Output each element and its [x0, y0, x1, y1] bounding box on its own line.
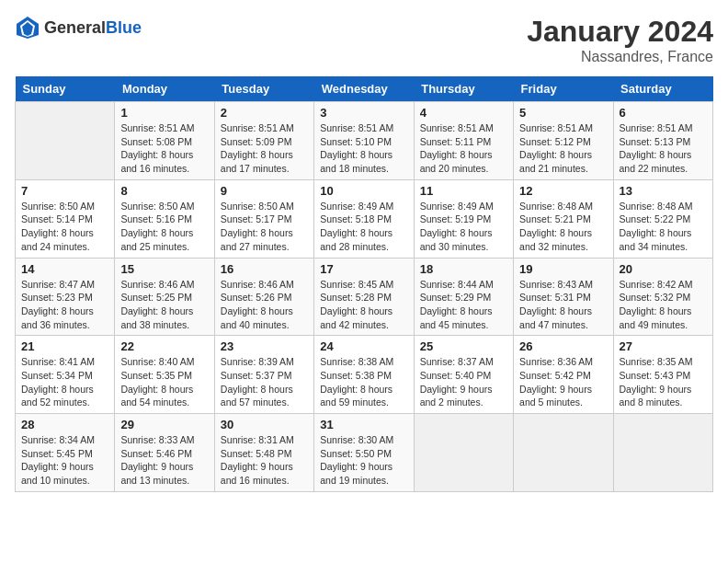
calendar-cell: 9Sunrise: 8:50 AM Sunset: 5:17 PM Daylig…	[214, 179, 313, 258]
calendar-cell: 7Sunrise: 8:50 AM Sunset: 5:14 PM Daylig…	[16, 179, 115, 258]
calendar-table: SundayMondayTuesdayWednesdayThursdayFrid…	[15, 76, 713, 492]
day-number: 10	[320, 184, 407, 198]
day-number: 28	[21, 418, 108, 431]
calendar-cell: 17Sunrise: 8:45 AM Sunset: 5:28 PM Dayli…	[314, 258, 414, 336]
calendar-cell: 22Sunrise: 8:40 AM Sunset: 5:35 PM Dayli…	[115, 336, 214, 414]
day-number: 1	[120, 106, 208, 120]
day-number: 3	[320, 106, 407, 120]
day-number: 21	[21, 339, 108, 353]
calendar-cell	[414, 414, 513, 492]
weekday-header: Thursday	[414, 76, 513, 102]
day-info: Sunrise: 8:46 AM Sunset: 5:26 PM Dayligh…	[221, 278, 308, 332]
day-info: Sunrise: 8:35 AM Sunset: 5:43 PM Dayligh…	[620, 355, 707, 409]
day-number: 6	[620, 106, 707, 120]
day-info: Sunrise: 8:46 AM Sunset: 5:25 PM Dayligh…	[120, 278, 208, 332]
day-number: 31	[320, 418, 407, 431]
calendar-cell: 15Sunrise: 8:46 AM Sunset: 5:25 PM Dayli…	[115, 258, 214, 336]
calendar-cell: 19Sunrise: 8:43 AM Sunset: 5:31 PM Dayli…	[514, 258, 613, 336]
day-number: 25	[420, 339, 507, 353]
weekday-header: Tuesday	[214, 76, 313, 102]
day-info: Sunrise: 8:36 AM Sunset: 5:42 PM Dayligh…	[519, 355, 607, 409]
calendar-subtitle: Nassandres, France	[527, 49, 713, 65]
calendar-cell: 31Sunrise: 8:30 AM Sunset: 5:50 PM Dayli…	[314, 414, 414, 492]
day-info: Sunrise: 8:51 AM Sunset: 5:08 PM Dayligh…	[120, 121, 208, 176]
day-info: Sunrise: 8:48 AM Sunset: 5:22 PM Dayligh…	[620, 200, 707, 254]
day-number: 7	[21, 184, 108, 198]
day-info: Sunrise: 8:50 AM Sunset: 5:14 PM Dayligh…	[21, 200, 108, 254]
day-number: 9	[221, 184, 308, 198]
calendar-week-row: 14Sunrise: 8:47 AM Sunset: 5:23 PM Dayli…	[16, 258, 713, 336]
calendar-cell: 29Sunrise: 8:33 AM Sunset: 5:46 PM Dayli…	[115, 414, 214, 492]
day-number: 4	[420, 106, 507, 120]
calendar-week-row: 21Sunrise: 8:41 AM Sunset: 5:34 PM Dayli…	[16, 336, 713, 414]
day-number: 5	[519, 106, 607, 120]
day-info: Sunrise: 8:51 AM Sunset: 5:11 PM Dayligh…	[420, 121, 507, 176]
day-info: Sunrise: 8:31 AM Sunset: 5:48 PM Dayligh…	[221, 433, 308, 488]
day-number: 22	[120, 339, 208, 353]
calendar-cell: 21Sunrise: 8:41 AM Sunset: 5:34 PM Dayli…	[16, 336, 115, 414]
calendar-cell: 13Sunrise: 8:48 AM Sunset: 5:22 PM Dayli…	[613, 179, 712, 258]
day-info: Sunrise: 8:41 AM Sunset: 5:34 PM Dayligh…	[21, 355, 108, 409]
calendar-cell: 2Sunrise: 8:51 AM Sunset: 5:09 PM Daylig…	[214, 102, 313, 180]
day-info: Sunrise: 8:51 AM Sunset: 5:13 PM Dayligh…	[620, 121, 707, 176]
header-row: SundayMondayTuesdayWednesdayThursdayFrid…	[16, 76, 713, 102]
calendar-cell: 28Sunrise: 8:34 AM Sunset: 5:45 PM Dayli…	[16, 414, 115, 492]
calendar-week-row: 28Sunrise: 8:34 AM Sunset: 5:45 PM Dayli…	[16, 414, 713, 492]
day-info: Sunrise: 8:38 AM Sunset: 5:38 PM Dayligh…	[320, 355, 407, 409]
day-info: Sunrise: 8:33 AM Sunset: 5:46 PM Dayligh…	[120, 433, 208, 488]
day-info: Sunrise: 8:34 AM Sunset: 5:45 PM Dayligh…	[21, 433, 108, 488]
calendar-cell: 24Sunrise: 8:38 AM Sunset: 5:38 PM Dayli…	[314, 336, 414, 414]
calendar-cell: 27Sunrise: 8:35 AM Sunset: 5:43 PM Dayli…	[613, 336, 712, 414]
calendar-body: 1Sunrise: 8:51 AM Sunset: 5:08 PM Daylig…	[16, 102, 713, 492]
day-info: Sunrise: 8:51 AM Sunset: 5:10 PM Dayligh…	[320, 121, 407, 176]
calendar-cell	[613, 414, 712, 492]
calendar-cell: 23Sunrise: 8:39 AM Sunset: 5:37 PM Dayli…	[214, 336, 313, 414]
logo-text: GeneralBlue	[44, 18, 142, 38]
calendar-cell: 10Sunrise: 8:49 AM Sunset: 5:18 PM Dayli…	[314, 179, 414, 258]
day-number: 17	[320, 262, 407, 276]
calendar-cell: 3Sunrise: 8:51 AM Sunset: 5:10 PM Daylig…	[314, 102, 414, 180]
day-info: Sunrise: 8:44 AM Sunset: 5:29 PM Dayligh…	[420, 278, 507, 332]
calendar-cell: 1Sunrise: 8:51 AM Sunset: 5:08 PM Daylig…	[115, 102, 214, 180]
calendar-cell	[514, 414, 613, 492]
day-info: Sunrise: 8:51 AM Sunset: 5:12 PM Dayligh…	[519, 121, 607, 176]
calendar-title: January 2024	[527, 15, 713, 49]
calendar-cell: 11Sunrise: 8:49 AM Sunset: 5:19 PM Dayli…	[414, 179, 513, 258]
page-header: GeneralBlue January 2024 Nassandres, Fra…	[15, 15, 713, 65]
weekday-header: Friday	[514, 76, 613, 102]
day-info: Sunrise: 8:48 AM Sunset: 5:21 PM Dayligh…	[519, 200, 607, 254]
day-info: Sunrise: 8:50 AM Sunset: 5:16 PM Dayligh…	[120, 200, 208, 254]
calendar-cell: 12Sunrise: 8:48 AM Sunset: 5:21 PM Dayli…	[514, 179, 613, 258]
calendar-week-row: 1Sunrise: 8:51 AM Sunset: 5:08 PM Daylig…	[16, 102, 713, 180]
day-info: Sunrise: 8:42 AM Sunset: 5:32 PM Dayligh…	[620, 278, 707, 332]
day-number: 26	[519, 339, 607, 353]
day-info: Sunrise: 8:45 AM Sunset: 5:28 PM Dayligh…	[320, 278, 407, 332]
calendar-cell: 20Sunrise: 8:42 AM Sunset: 5:32 PM Dayli…	[613, 258, 712, 336]
day-number: 23	[221, 339, 308, 353]
day-info: Sunrise: 8:50 AM Sunset: 5:17 PM Dayligh…	[221, 200, 308, 254]
day-number: 2	[221, 106, 308, 120]
calendar-cell: 30Sunrise: 8:31 AM Sunset: 5:48 PM Dayli…	[214, 414, 313, 492]
weekday-header: Monday	[115, 76, 214, 102]
day-info: Sunrise: 8:49 AM Sunset: 5:19 PM Dayligh…	[420, 200, 507, 254]
calendar-cell: 26Sunrise: 8:36 AM Sunset: 5:42 PM Dayli…	[514, 336, 613, 414]
day-number: 14	[21, 262, 108, 276]
day-number: 29	[120, 418, 208, 431]
day-info: Sunrise: 8:51 AM Sunset: 5:09 PM Dayligh…	[221, 121, 308, 176]
day-number: 24	[320, 339, 407, 353]
day-number: 15	[120, 262, 208, 276]
calendar-cell: 18Sunrise: 8:44 AM Sunset: 5:29 PM Dayli…	[414, 258, 513, 336]
day-info: Sunrise: 8:39 AM Sunset: 5:37 PM Dayligh…	[221, 355, 308, 409]
calendar-cell: 16Sunrise: 8:46 AM Sunset: 5:26 PM Dayli…	[214, 258, 313, 336]
title-block: January 2024 Nassandres, France	[527, 15, 713, 65]
calendar-cell: 4Sunrise: 8:51 AM Sunset: 5:11 PM Daylig…	[414, 102, 513, 180]
day-number: 20	[620, 262, 707, 276]
logo: GeneralBlue	[15, 15, 142, 40]
calendar-cell: 8Sunrise: 8:50 AM Sunset: 5:16 PM Daylig…	[115, 179, 214, 258]
logo-blue: Blue	[106, 18, 142, 37]
day-info: Sunrise: 8:43 AM Sunset: 5:31 PM Dayligh…	[519, 278, 607, 332]
day-number: 19	[519, 262, 607, 276]
day-info: Sunrise: 8:30 AM Sunset: 5:50 PM Dayligh…	[320, 433, 407, 488]
day-info: Sunrise: 8:37 AM Sunset: 5:40 PM Dayligh…	[420, 355, 507, 409]
day-info: Sunrise: 8:49 AM Sunset: 5:18 PM Dayligh…	[320, 200, 407, 254]
